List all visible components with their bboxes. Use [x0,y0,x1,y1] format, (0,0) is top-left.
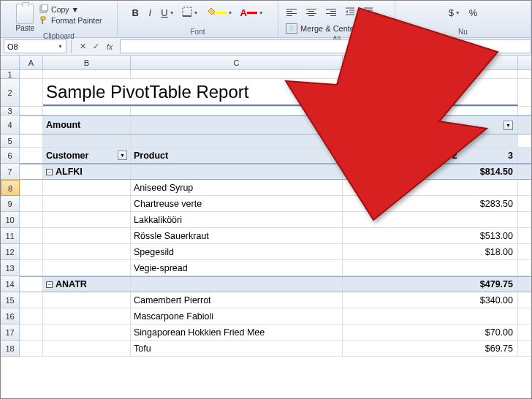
insert-function-button[interactable]: fx [102,40,115,53]
fill-color-button[interactable]: ▼ [203,5,236,20]
row-header[interactable]: 12 [1,244,20,260]
name-box[interactable]: O8 ▼ [4,39,66,53]
col-num-3: 3 [457,151,513,161]
product-name[interactable]: Aniseed Syrup [131,180,343,195]
product-value[interactable] [343,180,518,195]
formula-input[interactable] [120,39,531,53]
row-header[interactable]: 8 [1,180,20,196]
product-value[interactable]: $340.00 [343,292,518,308]
row-header[interactable]: 5 [1,134,20,148]
customer-header: Customer [46,151,88,161]
italic-button[interactable]: I [143,5,156,20]
row-header[interactable]: 7 [1,164,20,180]
pivot-column-headers: Customer ▼ Product 1 2 3 [20,148,531,164]
row-header[interactable]: 17 [1,324,20,341]
font-group-label: Font [190,28,205,37]
row-header[interactable]: 14 [1,276,20,292]
pivot-customer-row: –ALFKI$814.50 [20,164,531,180]
merge-center-button[interactable]: Merge & Center ▼ [283,22,371,35]
column-header-a[interactable]: A [20,56,43,69]
customer-cell[interactable]: –ALFKI [43,164,131,179]
product-value[interactable]: $283.50 [343,196,518,211]
font-color-button[interactable]: A ▼ [237,5,266,20]
name-box-value: O8 [7,42,18,51]
row-header[interactable]: 15 [1,292,20,308]
bold-button[interactable]: B [129,5,142,20]
product-name[interactable]: Spegesild [131,244,343,259]
product-value[interactable]: $18.00 [343,244,518,259]
row-header[interactable]: 13 [1,260,20,276]
column-header-c[interactable]: C [131,56,343,69]
row-header[interactable]: 10 [1,212,20,228]
customer-total[interactable]: $479.75 [343,277,518,292]
customer-total[interactable]: $814.50 [343,164,518,179]
align-center-button[interactable] [303,5,320,20]
product-name[interactable]: Chartreuse verte [131,196,343,211]
customer-cell[interactable]: –ANATR [43,277,131,292]
paste-button[interactable]: Paste [15,4,34,32]
pivot-customer-row: –ANATR$479.75 [20,276,531,292]
product-value[interactable]: $70.00 [343,324,518,340]
grid-row [20,107,531,115]
product-value[interactable]: $69.75 [343,341,518,356]
product-name[interactable]: Lakkalikööri [131,212,343,227]
filter-dropdown[interactable]: ▼ [503,121,513,130]
row-header[interactable]: 4 [1,115,20,134]
product-name[interactable]: Vegie-spread [131,260,343,276]
align-right-icon [325,7,337,18]
merge-center-label: Merge & Center [300,24,357,33]
grid-row: Sample PivotTable Report [20,79,531,107]
product-name[interactable]: Camembert Pierrot [131,292,343,308]
border-button[interactable]: ▼ [179,5,202,20]
enter-formula-button[interactable]: ✓ [89,40,102,53]
row-header[interactable]: 18 [1,341,20,357]
customer-filter-dropdown[interactable]: ▼ [118,151,127,160]
product-value[interactable] [343,308,518,324]
format-painter-button[interactable]: Format Painter [39,15,102,26]
svg-rect-2 [183,7,191,16]
row-header[interactable]: 11 [1,228,20,244]
column-header-b[interactable]: B [43,56,131,69]
collapse-toggle[interactable]: – [46,281,53,288]
select-all-corner[interactable] [1,56,20,69]
column-headers: A B C F [1,56,531,70]
decrease-indent-button[interactable] [342,5,358,20]
row-header[interactable]: 16 [1,308,20,324]
row-header[interactable]: 1 [1,70,20,79]
product-value[interactable]: $513.00 [343,228,518,243]
increase-indent-button[interactable] [360,5,376,20]
report-title: Sample PivotTable Report [46,82,248,102]
currency-button[interactable]: $▼ [446,5,463,20]
product-name[interactable]: Mascarpone Fabioli [131,308,343,324]
product-name[interactable]: Tofu [131,341,343,356]
row-header[interactable]: 2 [1,79,20,107]
pivot-product-row: Mascarpone Fabioli [20,308,531,324]
underline-button[interactable]: U▼ [158,5,177,20]
copy-button[interactable]: Copy ▼ [39,4,102,15]
pivot-product-row: Singaporean Hokkien Fried Mee$70.00 [20,324,531,341]
check-icon: ✓ [93,42,99,51]
amount-label[interactable]: Amount [43,116,131,134]
align-right-button[interactable] [322,5,340,20]
border-icon [182,7,192,19]
paste-label: Paste [15,24,34,32]
align-left-icon [286,7,297,18]
cancel-formula-button[interactable]: ✕ [76,40,89,53]
fx-label: fx [107,42,113,51]
chevron-down-icon: ▼ [58,44,63,49]
percent-button[interactable]: % [466,5,481,20]
align-left-button[interactable] [283,5,300,20]
pivot-product-row: Tofu$69.75 [20,341,531,357]
collapse-toggle[interactable]: – [46,169,53,175]
row-header[interactable]: 9 [1,196,20,212]
row-header[interactable]: 6 [1,148,20,164]
bucket-icon [206,7,216,19]
product-name[interactable]: Singaporean Hokkien Fried Mee [131,324,343,340]
indent-icon [363,7,373,19]
product-value[interactable] [343,260,518,276]
product-value[interactable] [343,212,518,227]
row-header[interactable]: 3 [1,107,20,115]
column-header-f[interactable]: F [343,56,518,69]
pivot-product-row: Camembert Pierrot$340.00 [20,292,531,308]
product-name[interactable]: Rössle Sauerkraut [131,228,343,243]
